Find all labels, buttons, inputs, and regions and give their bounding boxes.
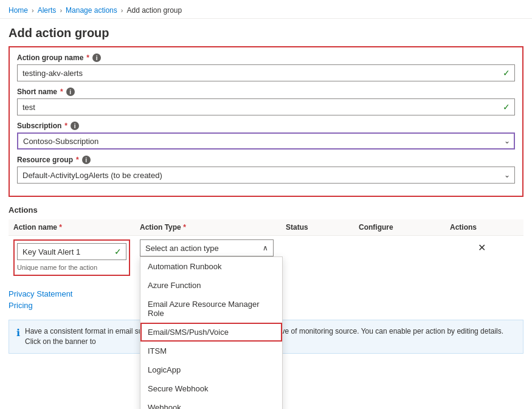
short-name-input[interactable] [17, 98, 515, 115]
action-type-container: Select an action type ∧ Automation Runbo… [140, 239, 276, 256]
col-actions: Actions [445, 223, 518, 232]
breadcrumb: Home › Alerts › Manage actions › Add act… [0, 0, 532, 19]
action-name-input-wrapper: ✓ [17, 243, 126, 260]
dropdown-item-logicapp[interactable]: LogicApp [140, 360, 282, 379]
short-name-label: Short name * i [17, 88, 515, 96]
resource-group-dropdown-wrapper: Default-ActivityLogAlerts (to be created… [17, 167, 515, 184]
breadcrumb-manage-actions[interactable]: Manage actions [66, 6, 117, 15]
action-group-name-check-icon: ✓ [503, 68, 510, 78]
col-action-name-required: * [59, 223, 62, 232]
action-group-config-section: Action group name * i ✓ Short name * i ✓ [9, 46, 523, 197]
short-name-field: Short name * i ✓ [17, 88, 515, 115]
dropdown-item-itsm[interactable]: ITSM [140, 342, 282, 360]
dropdown-item-azure-function[interactable]: Azure Function [140, 276, 282, 295]
breadcrumb-home[interactable]: Home [9, 6, 28, 15]
action-name-cell-border: ✓ Unique name for the action [13, 239, 130, 276]
page-title: Add action group [0, 19, 532, 46]
dropdown-item-webhook[interactable]: Webhook [140, 398, 282, 409]
breadcrumb-alerts[interactable]: Alerts [38, 6, 57, 15]
breadcrumb-sep-1: › [32, 7, 34, 14]
col-status: Status [281, 223, 354, 232]
info-banner-icon: ℹ [16, 327, 20, 339]
dropdown-item-secure-webhook[interactable]: Secure Webhook [140, 379, 282, 398]
action-group-name-label: Action group name * i [17, 53, 515, 62]
action-type-chevron-up-icon: ∧ [263, 244, 268, 252]
required-marker-2: * [60, 88, 63, 96]
actions-table-header: Action name * Action Type * Status Confi… [9, 219, 523, 236]
action-group-name-input[interactable] [17, 64, 515, 81]
action-group-name-info-icon[interactable]: i [92, 53, 101, 62]
breadcrumb-sep-3: › [121, 7, 123, 14]
table-row: ✓ Unique name for the action Select an a… [9, 236, 523, 280]
required-marker-1: * [86, 53, 89, 62]
dropdown-item-automation-runbook[interactable]: Automation Runbook [140, 257, 282, 276]
subscription-info-icon[interactable]: i [71, 122, 79, 130]
short-name-info-icon[interactable]: i [66, 88, 75, 96]
action-type-button[interactable]: Select an action type ∧ [140, 239, 274, 256]
resource-group-dropdown[interactable]: Default-ActivityLogAlerts (to be created… [17, 167, 515, 184]
dropdown-item-email-sms[interactable]: Email/SMS/Push/Voice [140, 323, 282, 342]
col-configure: Configure [354, 223, 445, 232]
col-action-type: Action Type * [135, 223, 281, 232]
resource-group-field: Resource group * i Default-ActivityLogAl… [17, 156, 515, 184]
action-type-dropdown-menu: Automation Runbook Azure Function Email … [140, 256, 283, 409]
subscription-label: Subscription * i [17, 122, 515, 130]
action-name-cell: ✓ Unique name for the action [9, 239, 135, 276]
action-group-name-field: Action group name * i ✓ [17, 53, 515, 81]
delete-row-button[interactable]: ✕ [450, 239, 513, 256]
resource-group-info-icon[interactable]: i [82, 156, 91, 164]
action-type-cell: Select an action type ∧ Automation Runbo… [135, 239, 281, 256]
action-group-name-input-wrapper: ✓ [17, 64, 515, 81]
actions-cell: ✕ [445, 239, 518, 256]
col-action-type-required: * [183, 223, 186, 232]
action-type-placeholder: Select an action type [145, 244, 219, 253]
dropdown-item-email-arm-role[interactable]: Email Azure Resource Manager Role [140, 295, 282, 323]
subscription-field: Subscription * i Contoso-Subscription ⌄ [17, 122, 515, 150]
subscription-dropdown[interactable]: Contoso-Subscription [17, 132, 515, 150]
actions-section-title: Actions [9, 205, 523, 215]
required-marker-3: * [64, 122, 67, 130]
action-name-input[interactable] [17, 243, 126, 260]
breadcrumb-sep-2: › [60, 7, 62, 14]
required-marker-4: * [76, 156, 79, 164]
breadcrumb-current: Add action group [126, 6, 182, 15]
subscription-dropdown-wrapper: Contoso-Subscription ⌄ [17, 132, 515, 150]
action-name-check-icon: ✓ [114, 247, 122, 256]
resource-group-label: Resource group * i [17, 156, 515, 164]
action-name-hint: Unique name for the action [17, 263, 126, 272]
short-name-input-wrapper: ✓ [17, 98, 515, 115]
actions-section: Actions Action name * Action Type * Stat… [9, 205, 523, 280]
short-name-check-icon: ✓ [503, 102, 510, 112]
col-action-name: Action name * [9, 223, 135, 232]
